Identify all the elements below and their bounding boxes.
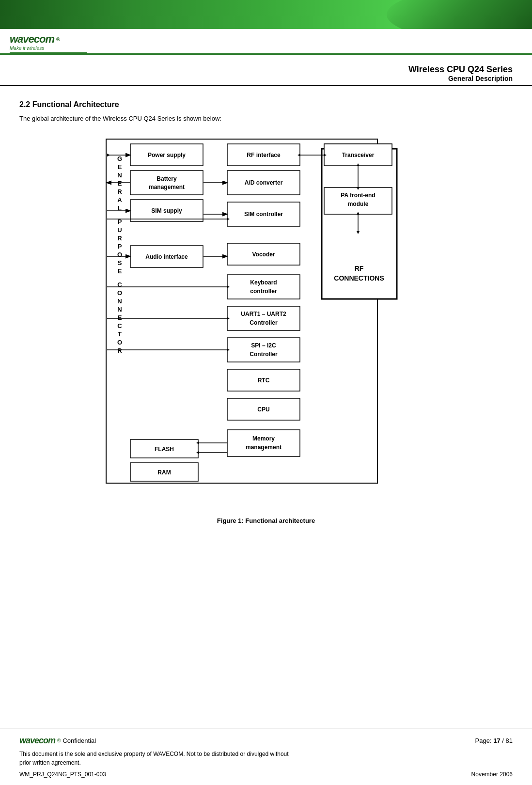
rf-connections-label-line1: RF: [355, 265, 364, 272]
gp-label-N2: N: [117, 298, 122, 305]
footer-doc-date: November 2006: [471, 771, 513, 778]
ad-converter-label: A/D converter: [245, 179, 283, 186]
gp-label-A: A: [117, 196, 122, 204]
flash-label: FLASH: [155, 446, 174, 453]
pa-front-end-label-line1-front: PA front-end: [341, 192, 375, 199]
sim-controller-label: SIM controller: [244, 211, 283, 218]
gp-label-E3: E: [118, 267, 122, 275]
footer-page-separator: /: [502, 737, 504, 744]
footer-doc-number: WM_PRJ_Q24NG_PTS_001-003: [19, 771, 106, 778]
page-footer: wavecom © Confidential Page: 17 / 81 Thi…: [0, 728, 532, 785]
keyboard-controller-label-line1: Keyboard: [250, 279, 277, 286]
rf-connections-label-line2: CONNECTIONS: [334, 274, 384, 282]
footer-logo-circle: ©: [57, 738, 61, 743]
gp-label-R2: R: [117, 235, 122, 242]
gp-label-O: O: [117, 251, 122, 258]
gp-label-S: S: [118, 259, 122, 267]
power-supply-label: Power supply: [148, 152, 186, 158]
gp-label-E4: E: [118, 314, 122, 321]
ram-label: RAM: [157, 469, 171, 476]
rf-interface-label: RF interface: [247, 152, 281, 158]
battery-management-box: [130, 171, 203, 195]
company-logo: wavecom ® Make it wireless: [10, 33, 87, 53]
page-titles: Wireless CPU Q24 Series General Descript…: [408, 64, 513, 82]
keyboard-controller-box: [227, 275, 300, 299]
logo-tagline: Make it wireless: [10, 46, 87, 51]
transceiver-label-front: Transceiver: [342, 152, 375, 158]
section-title: 2.2 Functional Architecture: [19, 100, 513, 109]
gp-label-R3: R: [117, 347, 122, 354]
footer-logo-wordmark: wavecom: [19, 736, 55, 746]
gp-label-O2: O: [117, 289, 122, 297]
header-wave-decoration: [387, 0, 532, 29]
gp-label-U: U: [117, 226, 122, 234]
document-subtitle: General Description: [408, 75, 513, 82]
gp-label-N: N: [117, 172, 122, 179]
gp-label-C2: C: [117, 322, 122, 330]
footer-confidential: Confidential: [63, 737, 96, 744]
diagram-container: G E N E R A L P U R P O S E C O N N E C …: [19, 134, 513, 502]
footer-disclaimer-line1: This document is the sole and exclusive …: [19, 750, 513, 758]
footer-logo-area: wavecom © Confidential: [19, 736, 96, 746]
header-banner: [0, 0, 532, 29]
footer-page-label: Page:: [475, 737, 492, 744]
memory-management-box: [227, 430, 300, 456]
battery-management-label-line2: management: [149, 184, 185, 190]
footer-doc-row: WM_PRJ_Q24NG_PTS_001-003 November 2006: [19, 771, 513, 778]
sim-supply-label: SIM supply: [151, 207, 182, 214]
footer-disclaimer: This document is the sole and exclusive …: [19, 750, 513, 767]
memory-management-label-line2: management: [246, 444, 282, 451]
uart-controller-box: [227, 306, 300, 330]
spi-i2c-label-line1: SPI – I2C: [251, 342, 276, 349]
main-content: 2.2 Functional Architecture The global a…: [0, 91, 532, 553]
gp-label-E1: E: [118, 163, 122, 171]
section-description: The global architecture of the Wireless …: [19, 115, 513, 122]
pa-front-end-label-line2-front: module: [348, 201, 369, 207]
spi-i2c-label-line2: Controller: [250, 351, 278, 358]
gp-label-N3: N: [117, 306, 122, 313]
audio-interface-label: Audio interface: [145, 253, 188, 260]
uart-controller-label-line1: UART1 – UART2: [241, 311, 286, 317]
gp-label-E2: E: [118, 180, 122, 187]
product-title: Wireless CPU Q24 Series: [408, 64, 513, 75]
page-header: Wireless CPU Q24 Series General Descript…: [0, 55, 532, 86]
footer-page-total: 81: [506, 737, 513, 744]
logo-wordmark: wavecom: [10, 33, 54, 46]
functional-architecture-diagram: G E N E R A L P U R P O S E C O N N E C …: [77, 134, 455, 502]
footer-page-current: 17: [493, 737, 500, 744]
logo-registered: ®: [56, 36, 60, 42]
gp-label-O3: O: [117, 339, 122, 346]
uart-controller-label-line2: Controller: [250, 319, 278, 326]
vocoder-label: Vocoder: [252, 251, 275, 258]
battery-management-label-line1: Battery: [156, 175, 177, 182]
footer-top-row: wavecom © Confidential Page: 17 / 81: [19, 736, 513, 746]
spi-i2c-box: [227, 338, 300, 362]
footer-disclaimer-line2: prior written agreement.: [19, 758, 513, 767]
gp-label-P2: P: [118, 243, 122, 250]
gp-label-R: R: [117, 188, 122, 195]
figure-caption: Figure 1: Functional architecture: [19, 517, 513, 524]
cpu-label: CPU: [257, 406, 269, 413]
gp-label-G: G: [117, 155, 122, 162]
gp-label-T: T: [118, 330, 122, 338]
keyboard-controller-label-line2: controller: [250, 288, 277, 295]
memory-management-label-line1: Memory: [252, 435, 275, 442]
rtc-label: RTC: [258, 377, 270, 384]
footer-page-info: Page: 17 / 81: [475, 737, 513, 744]
